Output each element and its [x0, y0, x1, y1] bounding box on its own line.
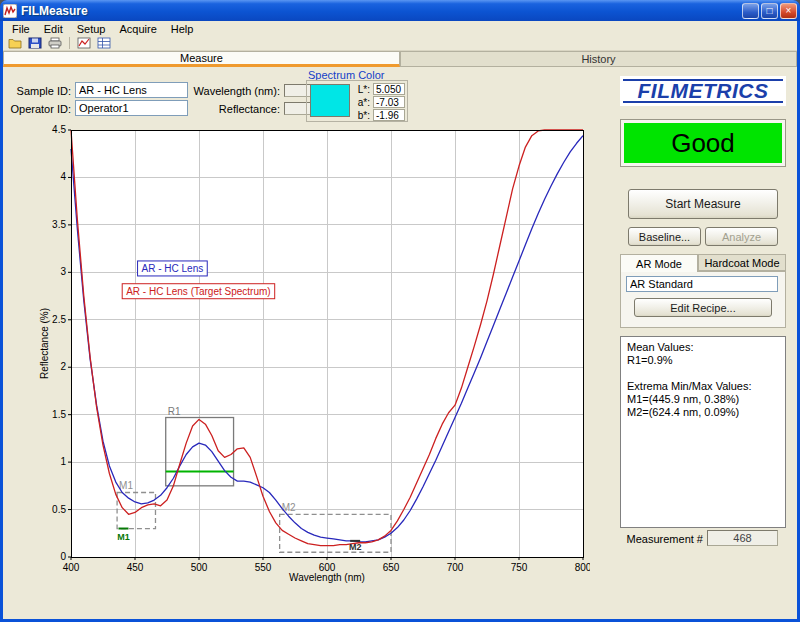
svg-text:2.5: 2.5 — [52, 314, 66, 325]
spectrum-chart: M1R1M2M1M2AR - HC LensAR - HC Lens (Targ… — [38, 125, 590, 591]
svg-text:550: 550 — [255, 562, 272, 573]
lab-b-value: -1.96 — [373, 109, 405, 121]
chart-icon[interactable] — [75, 36, 93, 50]
status-indicator: Good — [624, 123, 782, 163]
svg-text:1: 1 — [60, 456, 66, 467]
measure-page: Sample ID: Operator ID: Wavelength (nm):… — [3, 67, 797, 619]
print-icon[interactable] — [46, 36, 64, 50]
svg-text:M1: M1 — [117, 532, 130, 542]
maximize-button[interactable]: □ — [761, 3, 778, 19]
svg-text:450: 450 — [127, 562, 144, 573]
svg-text:M2: M2 — [349, 542, 362, 552]
results-line: R1=0.9% — [627, 354, 779, 367]
recipe-input[interactable] — [626, 276, 778, 292]
wavelength-label: Wavelength (nm): — [185, 85, 280, 97]
menubar: File Edit Setup Acquire Help — [3, 21, 797, 36]
measurement-label: Measurement # — [623, 533, 703, 545]
svg-text:700: 700 — [447, 562, 464, 573]
menu-edit[interactable]: Edit — [37, 22, 70, 36]
svg-text:3.5: 3.5 — [52, 219, 66, 230]
svg-text:1.5: 1.5 — [52, 409, 66, 420]
app-window: FILMeasure _ □ × File Edit Setup Acquire… — [0, 0, 800, 622]
results-line: M2=(624.4 nm, 0.09%) — [627, 406, 779, 419]
menu-acquire[interactable]: Acquire — [112, 22, 163, 36]
close-button[interactable]: × — [780, 3, 797, 19]
minimize-button[interactable]: _ — [742, 3, 759, 19]
tab-measure[interactable]: Measure — [3, 51, 400, 67]
measurement-value: 468 — [707, 530, 778, 546]
svg-text:400: 400 — [63, 562, 80, 573]
tab-ar-mode[interactable]: AR Mode — [620, 254, 698, 272]
svg-text:0.5: 0.5 — [52, 504, 66, 515]
app-icon — [3, 4, 17, 18]
menu-file[interactable]: File — [5, 22, 37, 36]
svg-text:R1: R1 — [168, 406, 181, 417]
svg-text:4: 4 — [60, 171, 66, 182]
operator-id-label: Operator ID: — [9, 103, 71, 115]
reflectance-label: Reflectance: — [185, 103, 280, 115]
sample-id-input[interactable] — [75, 82, 188, 98]
lab-l-value: 5.050 — [373, 83, 405, 95]
results-line: M1=(445.9 nm, 0.38%) — [627, 393, 779, 406]
svg-text:2: 2 — [60, 361, 66, 372]
lab-a-value: -7.03 — [373, 96, 405, 108]
svg-text:3: 3 — [60, 266, 66, 277]
spectrum-color-swatch — [310, 84, 350, 117]
save-icon[interactable] — [26, 36, 44, 50]
svg-text:500: 500 — [191, 562, 208, 573]
svg-text:800: 800 — [575, 562, 590, 573]
results-line: Extrema Min/Max Values: — [627, 380, 779, 393]
open-icon[interactable] — [6, 36, 24, 50]
window-body: File Edit Setup Acquire Help — [3, 21, 797, 619]
svg-text:4.5: 4.5 — [52, 125, 66, 135]
table-icon[interactable] — [95, 36, 113, 50]
tab-history[interactable]: History — [400, 51, 797, 67]
svg-text:Wavelength (nm): Wavelength (nm) — [289, 572, 365, 583]
results-line: Mean Values: — [627, 341, 779, 354]
status-panel: Good — [620, 119, 786, 167]
titlebar: FILMeasure _ □ × — [0, 0, 800, 21]
lab-b-label: b*: — [353, 110, 370, 121]
baseline-button[interactable]: Baseline... — [628, 227, 701, 246]
svg-text:AR - HC Lens: AR - HC Lens — [142, 263, 204, 274]
window-title: FILMeasure — [21, 4, 742, 18]
svg-text:M2: M2 — [282, 502, 296, 513]
filmetrics-logo-text: FILMETRICS — [638, 79, 769, 103]
sample-id-label: Sample ID: — [9, 85, 71, 97]
svg-text:Reflectance (%): Reflectance (%) — [39, 308, 50, 379]
analyze-button[interactable]: Analyze — [705, 227, 778, 246]
svg-text:AR - HC Lens (Target Spectrum): AR - HC Lens (Target Spectrum) — [126, 286, 271, 297]
start-measure-button[interactable]: Start Measure — [628, 189, 778, 219]
svg-text:0: 0 — [60, 551, 66, 562]
toolbar-separator — [69, 37, 70, 49]
menu-help[interactable]: Help — [164, 22, 201, 36]
lab-l-label: L*: — [353, 84, 370, 95]
filmetrics-logo: FILMETRICS — [620, 76, 786, 106]
lab-a-label: a*: — [353, 97, 370, 108]
edit-recipe-button[interactable]: Edit Recipe... — [634, 298, 772, 317]
svg-text:650: 650 — [383, 562, 400, 573]
tab-hardcoat-mode[interactable]: Hardcoat Mode — [698, 254, 786, 271]
toolbar — [3, 36, 797, 51]
main-tabs: Measure History — [3, 51, 797, 67]
operator-id-input[interactable] — [75, 100, 188, 116]
svg-text:750: 750 — [511, 562, 528, 573]
menu-setup[interactable]: Setup — [70, 22, 113, 36]
results-box: Mean Values: R1=0.9% Extrema Min/Max Val… — [620, 336, 786, 528]
